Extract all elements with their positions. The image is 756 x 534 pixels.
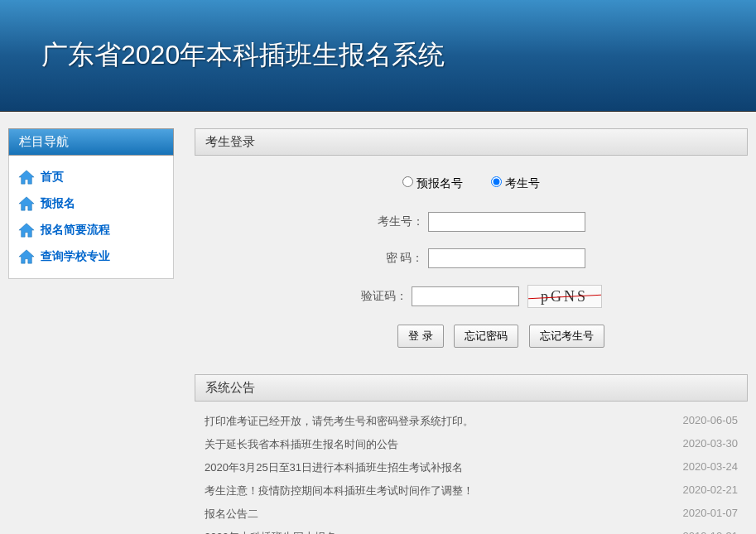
notice-item: 2020年本科插班生网上报名 2019-12-31: [205, 526, 738, 534]
nav-home[interactable]: 首页: [16, 164, 166, 190]
nav-process[interactable]: 报名简要流程: [16, 217, 166, 243]
house-icon: [17, 195, 36, 212]
login-panel-title: 考生登录: [195, 128, 748, 156]
main-container: 栏目导航 首页 预报名 报名简要流程: [0, 112, 756, 534]
radio-label: 预报名号: [417, 176, 463, 190]
forgot-password-button[interactable]: 忘记密码: [454, 325, 518, 348]
notice-date: 2020-01-07: [683, 507, 739, 522]
house-icon: [17, 169, 36, 185]
captcha-row: 验证码： pGNS: [195, 285, 748, 308]
id-row: 考生号：: [195, 212, 748, 232]
password-label: 密 码：: [358, 251, 424, 266]
nav-label: 查询学校专业: [41, 249, 110, 264]
sidebar: 栏目导航 首页 预报名 报名简要流程: [8, 128, 174, 534]
notice-section: 系统公告 打印准考证已经开放，请凭考生号和密码登录系统打印。 2020-06-0…: [195, 374, 748, 534]
exam-id-input[interactable]: [428, 212, 585, 232]
login-form: 预报名号 考生号 考生号： 密 码： 验证码： pGNS: [195, 156, 748, 364]
notice-link[interactable]: 打印准考证已经开放，请凭考生号和密码登录系统打印。: [205, 414, 474, 429]
notice-panel-title: 系统公告: [195, 374, 748, 402]
notice-date: 2020-02-21: [683, 483, 739, 498]
id-type-selector: 预报名号 考生号: [195, 176, 748, 191]
password-input[interactable]: [428, 248, 585, 268]
radio-exam-id-input[interactable]: [491, 176, 502, 187]
notice-date: 2020-03-30: [683, 437, 739, 452]
page-title: 广东省2020年本科插班生报名系统: [41, 37, 445, 74]
notice-link[interactable]: 考生注意！疫情防控期间本科插班生考试时间作了调整！: [205, 483, 474, 498]
notice-item: 考生注意！疫情防控期间本科插班生考试时间作了调整！ 2020-02-21: [205, 479, 738, 503]
notice-link[interactable]: 2020年3月25日至31日进行本科插班生招生考试补报名: [205, 460, 463, 475]
nav-pre-register[interactable]: 预报名: [16, 190, 166, 217]
notice-item: 打印准考证已经开放，请凭考生号和密码登录系统打印。 2020-06-05: [205, 410, 738, 433]
nav-query-school[interactable]: 查询学校专业: [16, 243, 166, 270]
notice-list: 打印准考证已经开放，请凭考生号和密码登录系统打印。 2020-06-05 关于延…: [195, 402, 748, 534]
notice-item: 报名公告二 2020-01-07: [205, 503, 738, 526]
forgot-id-button[interactable]: 忘记考生号: [529, 325, 604, 348]
password-row: 密 码：: [195, 248, 748, 268]
button-row: 登 录 忘记密码 忘记考生号: [195, 325, 748, 348]
notice-date: 2020-03-24: [683, 460, 739, 475]
notice-link[interactable]: 报名公告二: [205, 507, 258, 522]
notice-link[interactable]: 2020年本科插班生网上报名: [205, 530, 336, 534]
main-content: 考生登录 预报名号 考生号 考生号： 密 码： 验: [195, 128, 748, 534]
nav-label: 首页: [41, 170, 64, 185]
house-icon: [17, 222, 36, 238]
radio-pre-register[interactable]: 预报名号: [402, 176, 466, 190]
nav-label: 预报名: [41, 196, 75, 211]
radio-label: 考生号: [505, 176, 540, 190]
login-button[interactable]: 登 录: [397, 325, 444, 348]
notice-date: 2019-12-31: [683, 530, 739, 534]
notice-date: 2020-06-05: [683, 414, 739, 429]
page-header: 广东省2020年本科插班生报名系统: [0, 0, 756, 112]
sidebar-title: 栏目导航: [8, 128, 174, 156]
radio-exam-id[interactable]: 考生号: [491, 176, 540, 190]
id-label: 考生号：: [358, 214, 424, 229]
nav-label: 报名简要流程: [41, 223, 110, 238]
sidebar-nav: 首页 预报名 报名简要流程 查询学校专业: [8, 156, 174, 279]
house-icon: [17, 248, 36, 265]
notice-item: 关于延长我省本科插班生报名时间的公告 2020-03-30: [205, 433, 738, 456]
radio-pre-register-input[interactable]: [402, 176, 413, 187]
captcha-image[interactable]: pGNS: [527, 285, 602, 308]
captcha-label: 验证码：: [341, 289, 407, 304]
notice-link[interactable]: 关于延长我省本科插班生报名时间的公告: [205, 437, 398, 452]
captcha-input[interactable]: [412, 286, 519, 306]
notice-item: 2020年3月25日至31日进行本科插班生招生考试补报名 2020-03-24: [205, 456, 738, 479]
